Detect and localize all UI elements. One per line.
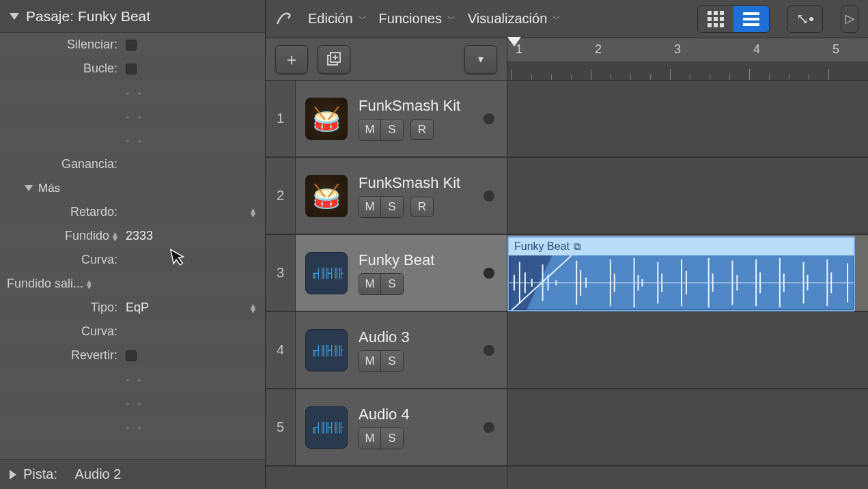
prop-retardo[interactable]: Retardo: (0, 200, 265, 224)
bar-label: 4 (753, 42, 760, 57)
bar-ruler[interactable]: 1 2 3 4 5 /*ticks added below via bind l… (507, 38, 868, 80)
track-number: 4 (266, 312, 296, 388)
prop-tipo[interactable]: Tipo: EqP (0, 296, 265, 320)
arrange-lane[interactable] (507, 312, 868, 389)
track-name-label[interactable]: FunkSmash Kit (359, 174, 460, 192)
reverse-checkbox[interactable] (126, 350, 137, 361)
tipo-stepper-icon[interactable] (251, 303, 255, 313)
flex-icon: ▷ (845, 12, 854, 26)
automation-view-button[interactable]: ⤡• (787, 5, 823, 33)
disclosure-triangle-icon[interactable] (10, 470, 16, 479)
add-track-button[interactable]: ＋ (275, 45, 308, 74)
prop-curva1[interactable]: Curva: (0, 248, 265, 272)
prop-curva2[interactable]: Curva: (0, 320, 265, 344)
audio-track-icon: ╓┤║╟┤║╟ (305, 252, 348, 294)
list-icon (743, 12, 759, 26)
prop-blank-3: - - (0, 128, 265, 152)
solo-button[interactable]: S (381, 197, 403, 217)
track-header-row[interactable]: 2🥁FunkSmash KitMSR (266, 158, 507, 235)
input-monitor-dot-icon[interactable] (484, 345, 494, 356)
mute-button[interactable]: M (359, 274, 381, 294)
solo-button[interactable]: S (381, 428, 403, 449)
menu-edicion[interactable]: Edición﹀ (308, 11, 367, 27)
arrange-lane[interactable] (507, 389, 868, 466)
fadeout-type-stepper-icon[interactable] (87, 279, 92, 289)
track-header-row[interactable]: 5╓┤║╟┤║╟Audio 4MS (266, 389, 507, 466)
track-name-label[interactable]: Audio 3 (359, 329, 410, 346)
catch-playhead-icon[interactable] (275, 7, 296, 31)
playhead-icon[interactable] (507, 37, 521, 46)
prop-fundido[interactable]: Fundido 2333 (0, 224, 265, 248)
view-list-button[interactable] (733, 6, 769, 32)
record-enable-button[interactable]: R (410, 120, 434, 140)
fade-in-value[interactable]: 2333 (122, 229, 153, 243)
prop-blank-4: - - (0, 367, 265, 391)
arrange-grid[interactable]: Funky Beat ⧉ (507, 81, 868, 489)
mute-button[interactable]: M (359, 120, 381, 140)
audio-region-funky-beat[interactable]: Funky Beat ⧉ (507, 236, 855, 311)
fade-type-value[interactable]: EqP (122, 301, 149, 315)
menu-visualizacion[interactable]: Visualización﹀ (468, 11, 561, 27)
solo-button[interactable]: S (381, 274, 403, 294)
input-monitor-dot-icon[interactable] (484, 191, 494, 201)
mute-solo-group: MS (359, 428, 404, 449)
track-name-label[interactable]: Audio 4 (359, 406, 410, 423)
chevron-down-icon: ﹀ (359, 13, 367, 25)
prop-blank-5: - - (0, 391, 265, 415)
view-mode-toggle (697, 5, 770, 33)
track-header-row[interactable]: 3╓┤║╟┤║╟Funky BeatMS (266, 235, 507, 312)
delay-stepper-icon[interactable] (251, 208, 255, 217)
local-menubar: Edición﹀ Funciones﹀ Visualización﹀ ⤡• ▷ (266, 0, 868, 38)
disclosure-triangle-icon[interactable] (25, 185, 33, 191)
duplicate-track-button[interactable] (318, 45, 350, 74)
menu-funciones[interactable]: Funciones﹀ (379, 11, 456, 27)
prop-fundido-saliente[interactable]: Fundido sali... (0, 272, 265, 296)
fade-type-stepper-icon[interactable] (113, 232, 117, 241)
chevron-down-icon: ﹀ (447, 13, 456, 25)
audio-track-icon: ╓┤║╟┤║╟ (305, 329, 348, 372)
mute-button[interactable]: M (359, 351, 381, 372)
global-tracks-button[interactable]: ▾ (464, 45, 497, 74)
input-monitor-dot-icon[interactable] (484, 268, 494, 279)
arrange-lane[interactable] (507, 158, 868, 235)
track-header-row[interactable]: 1🥁FunkSmash KitMSR (266, 81, 507, 158)
mute-button[interactable]: M (359, 428, 381, 449)
loop-icon: ⧉ (574, 240, 581, 253)
waveform-icon (509, 255, 854, 310)
automation-icon: ⤡• (796, 10, 814, 28)
loop-checkbox[interactable] (126, 64, 137, 74)
disclosure-triangle-icon[interactable] (10, 13, 19, 20)
mute-solo-group: MS (359, 119, 404, 141)
prop-blank-6: - - (0, 415, 265, 439)
record-enable-button[interactable]: R (410, 197, 434, 217)
plus-icon: ＋ (283, 48, 300, 70)
prop-blank-1: - - (0, 81, 265, 104)
track-toolbar: ＋ ▾ 1 2 3 4 5 /*ticks added below via bi… (266, 38, 868, 81)
drumkit-icon: 🥁 (305, 98, 348, 140)
bar-label: 3 (674, 42, 681, 57)
track-name-label[interactable]: Funky Beat (359, 251, 434, 269)
solo-button[interactable]: S (381, 120, 403, 140)
inspector-region-header[interactable]: Pasaje: Funky Beat (0, 0, 265, 33)
arrange-lane[interactable] (507, 81, 868, 158)
mute-button[interactable]: M (359, 197, 381, 217)
inspector-more-header[interactable]: Más (0, 176, 265, 200)
inspector-track-header[interactable]: Pista: Audio 2 (0, 459, 265, 489)
mute-checkbox[interactable] (126, 40, 137, 51)
track-header-row[interactable]: 4╓┤║╟┤║╟Audio 3MS (266, 312, 507, 389)
track-name-label[interactable]: FunkSmash Kit (359, 97, 460, 115)
track-number: 2 (266, 158, 296, 234)
bar-label: 5 (832, 42, 839, 57)
flex-view-button[interactable]: ▷ (841, 5, 858, 33)
input-monitor-dot-icon[interactable] (484, 422, 494, 433)
prop-blank-2: - - (0, 104, 265, 128)
track-number: 1 (266, 81, 296, 156)
prop-ganancia[interactable]: Ganancia: (0, 152, 265, 176)
drumkit-icon: 🥁 (305, 175, 348, 217)
solo-button[interactable]: S (381, 351, 403, 372)
mute-solo-group: MS (359, 273, 404, 295)
input-monitor-dot-icon[interactable] (484, 113, 494, 124)
view-grid-button[interactable] (698, 6, 733, 32)
chevron-down-icon: ﹀ (552, 13, 561, 25)
track-headers-column: 1🥁FunkSmash KitMSR2🥁FunkSmash KitMSR3╓┤║… (266, 81, 507, 489)
